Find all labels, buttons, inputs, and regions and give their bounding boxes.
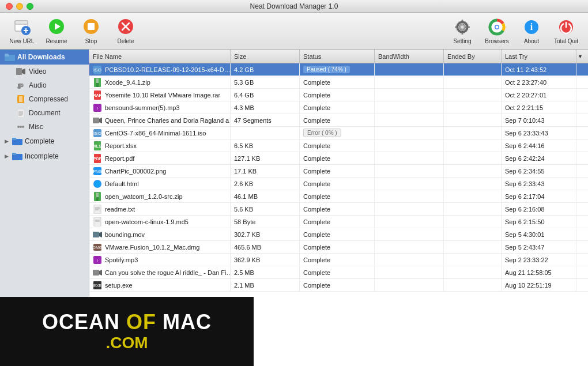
table-row[interactable]: EXE setup.exe 2.1 MB Complete Aug 10 22:… (89, 279, 588, 292)
stop-label: Stop (85, 38, 97, 44)
table-row[interactable]: open_watcom_1.2.0-src.zip 46.1 MB Comple… (89, 190, 588, 203)
col-sort-arrow[interactable]: ▼ (576, 50, 588, 63)
sidebar-item-complete[interactable]: ▶ Complete (0, 134, 89, 149)
cell-last-try: Sep 5 4:30:01 (502, 228, 576, 240)
cell-bandwidth (375, 203, 444, 215)
col-size[interactable]: Size (231, 50, 300, 63)
all-downloads-label: All Downloads (17, 53, 65, 61)
cell-status: Complete (300, 152, 375, 164)
resume-label: Resume (46, 38, 67, 44)
cell-ended-by (444, 203, 502, 215)
new-url-button[interactable]: New URL (6, 16, 38, 47)
incomplete-folder-icon (12, 152, 22, 161)
table-row[interactable]: 🌐 Default.html 2.6 KB Complete Sep 6 2:3… (89, 178, 588, 190)
file-type-icon (93, 192, 102, 201)
cell-ended-by (444, 190, 502, 202)
filename-text: CentOS-7-x86_64-Minimal-1611.iso (105, 130, 206, 137)
cell-size: 362.9 KB (231, 254, 300, 266)
file-type-icon (93, 78, 102, 87)
table-row[interactable]: ISO CentOS-7-x86_64-Minimal-1611.iso Err… (89, 127, 588, 139)
complete-label: Complete (25, 137, 54, 145)
size-text: 58 Byte (234, 218, 255, 225)
table-row[interactable]: PDF Report.pdf 127.1 KB Complete Sep 6 2… (89, 152, 588, 165)
cell-size: 465.6 MB (231, 241, 300, 253)
watermark-line1: OCEAN OF MAC (42, 312, 212, 333)
sidebar-item-document[interactable]: Document (0, 106, 89, 120)
table-row[interactable]: ISO PCBSD10.2-RELEASE-09-12-2015-x64-D… … (89, 63, 588, 76)
cell-ended-by (444, 89, 502, 101)
cell-last-try: Sep 2 23:33:22 (502, 254, 576, 266)
col-bandwidth[interactable]: BandWidth (375, 50, 444, 63)
sidebar-item-incomplete[interactable]: ▶ Incomplete (0, 149, 89, 164)
cell-filename: Queen, Prince Charles and Doria Ragland … (89, 114, 231, 126)
table-row[interactable]: XLS Report.xlsx 6.5 KB Complete Sep 6 2:… (89, 139, 588, 152)
size-text: 127.1 KB (234, 155, 260, 162)
total-quit-button[interactable]: Total Quit (550, 18, 582, 44)
filename-text: Report.xlsx (105, 142, 137, 149)
cell-status: Complete (300, 89, 375, 101)
sidebar-item-compressed[interactable]: Compressed (0, 92, 89, 106)
col-filename[interactable]: File Name (89, 50, 231, 63)
stop-icon (82, 17, 100, 36)
cell-ended-by (444, 266, 502, 278)
col-ended-by[interactable]: Ended By (444, 50, 502, 63)
size-text: 5.6 KB (234, 206, 253, 213)
stop-button[interactable]: Stop (75, 16, 107, 47)
table-row[interactable]: RAR Yosemite 10.10 Retail VMware Image.r… (89, 89, 588, 101)
audio-icon (16, 81, 25, 90)
status-text: Complete (303, 180, 330, 187)
close-button[interactable] (6, 3, 13, 10)
status-text: Complete (303, 79, 330, 86)
table-row[interactable]: ♪ Spotify.mp3 362.9 KB Complete Sep 2 23… (89, 254, 588, 266)
table-row[interactable]: open-watcom-c-linux-1.9.md5 58 Byte Comp… (89, 216, 588, 228)
cell-ended-by (444, 63, 502, 76)
cell-filename: PDF Report.pdf (89, 152, 231, 164)
cell-status: Complete (300, 228, 375, 240)
size-text: 6.5 KB (234, 142, 253, 149)
svg-text:EXE: EXE (93, 284, 101, 288)
col-last-try[interactable]: Last Try (502, 50, 576, 63)
last-try-text: Sep 5 4:30:01 (505, 231, 545, 238)
browsers-button[interactable]: Browsers (481, 18, 513, 44)
resume-button[interactable]: Resume (40, 16, 73, 47)
sidebar-item-misc[interactable]: Misc (0, 120, 89, 134)
cell-bandwidth (375, 190, 444, 202)
last-try-text: Sep 6 2:34:55 (505, 168, 545, 175)
last-try-text: Aug 21 12:58:05 (505, 269, 552, 276)
size-text: 465.6 MB (234, 244, 261, 251)
cell-ended-by (444, 114, 502, 126)
cell-extra (576, 178, 588, 190)
cell-last-try: Aug 21 12:58:05 (502, 266, 576, 278)
about-button[interactable]: i About (515, 18, 548, 44)
status-text: Complete (303, 256, 330, 263)
setting-button[interactable]: Setting (446, 18, 478, 44)
toolbar-right: Setting Browse (446, 18, 582, 44)
cell-last-try: Sep 6 2:42:24 (502, 152, 576, 164)
cell-size: 4.2 GB (231, 63, 300, 76)
filename-text: setup.exe (105, 282, 133, 289)
cell-ended-by (444, 139, 502, 152)
table-row[interactable]: readme.txt 5.6 KB Complete Sep 6 2:16:08 (89, 203, 588, 216)
table-row[interactable]: Queen, Prince Charles and Doria Ragland … (89, 114, 588, 127)
sidebar-item-video[interactable]: Video (0, 65, 89, 78)
table-row[interactable]: ♪ bensound-summer(5).mp3 4.3 MB Complete… (89, 101, 588, 114)
last-try-text: Oct 2 23:27:40 (505, 79, 546, 86)
table-row[interactable]: DMG VMware.Fusion_10.1.2_Mac.dmg 465.6 M… (89, 241, 588, 254)
about-label: About (524, 38, 539, 44)
col-status[interactable]: Status (300, 50, 375, 63)
sidebar-item-all-downloads[interactable]: All Downloads (0, 50, 89, 65)
size-text: 4.3 MB (234, 104, 254, 111)
size-text: 2.6 KB (234, 180, 253, 187)
table-row[interactable]: bounding.mov 302.7 KB Complete Sep 5 4:3… (89, 228, 588, 241)
sidebar-item-audio[interactable]: Audio (0, 78, 89, 92)
status-text: Complete (303, 104, 330, 111)
maximize-button[interactable] (27, 3, 33, 10)
table-row[interactable]: Can you solve the rogue AI riddle_ - Dan… (89, 266, 588, 279)
cell-status: Complete (300, 190, 375, 202)
delete-button[interactable]: Delete (110, 16, 142, 47)
minimize-button[interactable] (16, 3, 23, 10)
filename-text: bensound-summer(5).mp3 (105, 104, 180, 111)
table-row[interactable]: PNG ChartPic_000002.png 17.1 KB Complete… (89, 165, 588, 178)
table-row[interactable]: Xcode_9.4.1.zip 5.3 GB Complete Oct 2 23… (89, 76, 588, 89)
cell-filename: open_watcom_1.2.0-src.zip (89, 190, 231, 202)
